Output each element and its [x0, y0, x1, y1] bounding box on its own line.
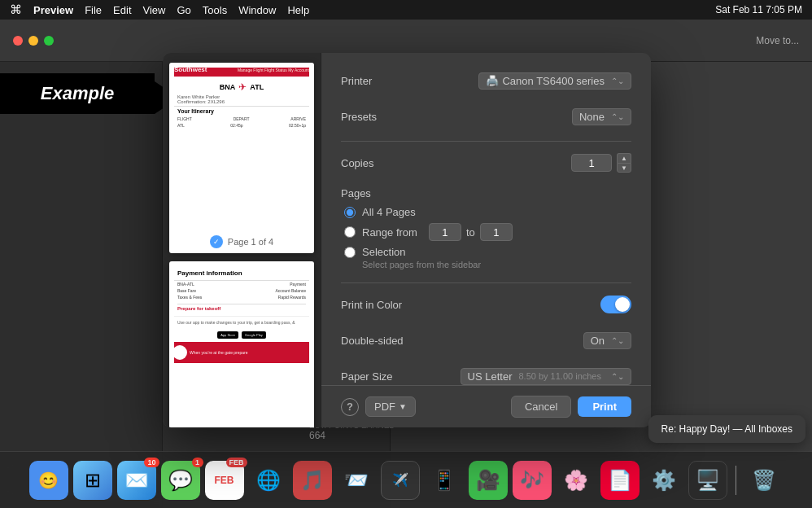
- double-sided-chevron-icon: ⌃⌄: [611, 336, 624, 345]
- all-pages-radio[interactable]: [344, 207, 356, 218]
- maximize-button[interactable]: [44, 36, 54, 46]
- sw-itinerary-title: Your Itinerary: [174, 106, 309, 116]
- printer-label: Printer: [341, 75, 447, 87]
- cancel-button[interactable]: Cancel: [511, 396, 571, 418]
- dock-item-preview-dock[interactable]: 🖥️: [688, 461, 727, 500]
- all-pages-row: All 4 Pages: [344, 206, 631, 218]
- dock-item-trash[interactable]: 🗑️: [744, 461, 784, 500]
- appstore-icon: 📱: [432, 469, 456, 492]
- sw-prepare: Prepare for takeoff: [177, 304, 306, 313]
- selection-label: Selection: [362, 246, 405, 258]
- preview-page-2[interactable]: Payment information BNA-ATLPayment Base …: [169, 261, 314, 427]
- range-radio-row: Range from to: [344, 223, 631, 241]
- double-sided-select[interactable]: On ⌃⌄: [583, 332, 631, 349]
- dock-item-calendar[interactable]: FEB FEB: [205, 461, 244, 500]
- facetime-icon: 🎥: [476, 469, 500, 492]
- dock-item-music-alt[interactable]: 🎵: [293, 461, 332, 500]
- sw-plane-icon: ✈: [238, 81, 247, 93]
- help-menu[interactable]: Help: [287, 4, 309, 16]
- printer-chevron-icon: ⌃⌄: [611, 77, 624, 85]
- traffic-lights: [13, 36, 54, 46]
- print-preview-panel[interactable]: Southwest Manage Flight Flight Status My…: [163, 53, 321, 427]
- printer-name: Canon TS6400 series: [502, 75, 605, 87]
- messages-badge: 1: [192, 458, 203, 467]
- double-sided-value-area: On ⌃⌄: [447, 332, 631, 349]
- paper-size-sub: 8.50 by 11.00 inches: [518, 371, 601, 381]
- dock-item-music[interactable]: 🎶: [513, 461, 552, 500]
- file-menu[interactable]: File: [85, 4, 102, 16]
- calendar-icon: FEB: [215, 475, 234, 486]
- range-label: Range from: [362, 226, 417, 239]
- menu-bar: ⌘ Preview File Edit View Go Tools Window…: [0, 0, 812, 20]
- toggle-knob: [615, 297, 630, 312]
- music-alt-icon: 🎵: [300, 469, 325, 492]
- dock-item-mail[interactable]: ✉️ 10: [117, 461, 156, 500]
- printer-value-area: 🖨️ Canon TS6400 series ⌃⌄: [447, 72, 631, 90]
- page-1-check-icon: ✓: [210, 235, 223, 248]
- app-name-menu[interactable]: Preview: [33, 4, 73, 16]
- sw-origin: BNA: [220, 83, 236, 91]
- print-color-value: [447, 296, 631, 313]
- help-button[interactable]: ?: [341, 398, 359, 416]
- chrome-icon: 🌐: [256, 469, 281, 492]
- print-color-toggle[interactable]: [600, 296, 631, 313]
- paper-size-row: Paper Size US Letter 8.50 by 11.00 inche…: [341, 365, 631, 385]
- range-to-input[interactable]: [480, 223, 513, 241]
- selection-radio[interactable]: [344, 247, 356, 258]
- paper-size-select[interactable]: US Letter 8.50 by 11.00 inches ⌃⌄: [461, 368, 631, 385]
- presets-chevron-icon: ⌃⌄: [611, 112, 624, 121]
- presets-value-area: None ⌃⌄: [447, 108, 631, 125]
- pdf-label: PDF: [374, 401, 395, 413]
- example-box: Example: [0, 73, 155, 114]
- preview-page-1[interactable]: Southwest Manage Flight Flight Status My…: [169, 63, 314, 253]
- minimize-button[interactable]: [28, 36, 38, 46]
- range-from-input[interactable]: [429, 223, 461, 241]
- sw-logo: Southwest: [174, 68, 207, 73]
- copies-input[interactable]: 1: [571, 154, 612, 172]
- launchpad-icon: ⊞: [85, 469, 101, 492]
- pdf-button[interactable]: PDF ▼: [365, 396, 416, 417]
- settings-panel: Printer 🖨️ Canon TS6400 series ⌃⌄ Preset…: [321, 53, 651, 427]
- dock-item-launchpad[interactable]: ⊞: [73, 461, 112, 500]
- view-menu[interactable]: View: [143, 4, 166, 16]
- dock-item-appstore[interactable]: 📱: [425, 461, 464, 500]
- window-menu[interactable]: Window: [238, 4, 276, 16]
- dock-item-finder[interactable]: 😊: [29, 461, 68, 500]
- email-sidebar: [0, 62, 163, 508]
- paper-size-chevron-icon: ⌃⌄: [611, 372, 624, 381]
- printer-select[interactable]: 🖨️ Canon TS6400 series ⌃⌄: [478, 72, 631, 90]
- dock-item-settings[interactable]: ⚙️: [644, 461, 683, 500]
- go-menu[interactable]: Go: [177, 4, 190, 16]
- sw-payment-title: Payment information: [174, 266, 309, 281]
- print-button[interactable]: Print: [578, 396, 631, 417]
- sw-heart-logo: [174, 345, 187, 360]
- copies-stepper: 1 ▲ ▼: [571, 153, 631, 173]
- dock-item-messages[interactable]: 💬 1: [161, 461, 200, 500]
- dock-item-acrobat[interactable]: 📄: [600, 461, 640, 500]
- page-1-text: Page 1 of 4: [228, 237, 273, 247]
- copies-up-arrow[interactable]: ▲: [617, 153, 631, 163]
- dock-item-photos[interactable]: 🌸: [557, 461, 596, 500]
- dock-item-facetime[interactable]: 🎥: [469, 461, 508, 500]
- close-button[interactable]: [13, 36, 23, 46]
- copies-down-arrow[interactable]: ▼: [617, 163, 631, 173]
- menubar-left: ⌘ Preview File Edit View Go Tools Window…: [10, 2, 309, 17]
- notification-banner[interactable]: Re: Happy Day! — All Inboxes: [648, 415, 805, 443]
- edit-menu[interactable]: Edit: [113, 4, 131, 16]
- dock-item-chrome[interactable]: 🌐: [249, 461, 288, 500]
- sw-itin-row-1: FLIGHTDEPARTARRIVE: [174, 116, 309, 122]
- dock-item-preview[interactable]: ✈️: [381, 461, 420, 500]
- apple-menu[interactable]: ⌘: [10, 2, 22, 17]
- tools-menu[interactable]: Tools: [203, 4, 227, 16]
- print-dialog: Southwest Manage Flight Flight Status My…: [163, 53, 651, 427]
- presets-label: Presets: [341, 111, 447, 123]
- range-radio[interactable]: [344, 226, 356, 238]
- copies-value-area: 1 ▲ ▼: [447, 153, 631, 173]
- calendar-badge: FEB: [226, 458, 247, 467]
- notification-text: Re: Happy Day! — All Inboxes: [661, 423, 792, 435]
- menubar-right: Sat Feb 11 7:05 PM: [715, 4, 802, 15]
- dock-item-mail-alt[interactable]: 📨: [337, 461, 376, 500]
- all-pages-label: All 4 Pages: [362, 206, 416, 218]
- presets-select[interactable]: None ⌃⌄: [572, 108, 631, 125]
- settings-icon: ⚙️: [652, 469, 676, 492]
